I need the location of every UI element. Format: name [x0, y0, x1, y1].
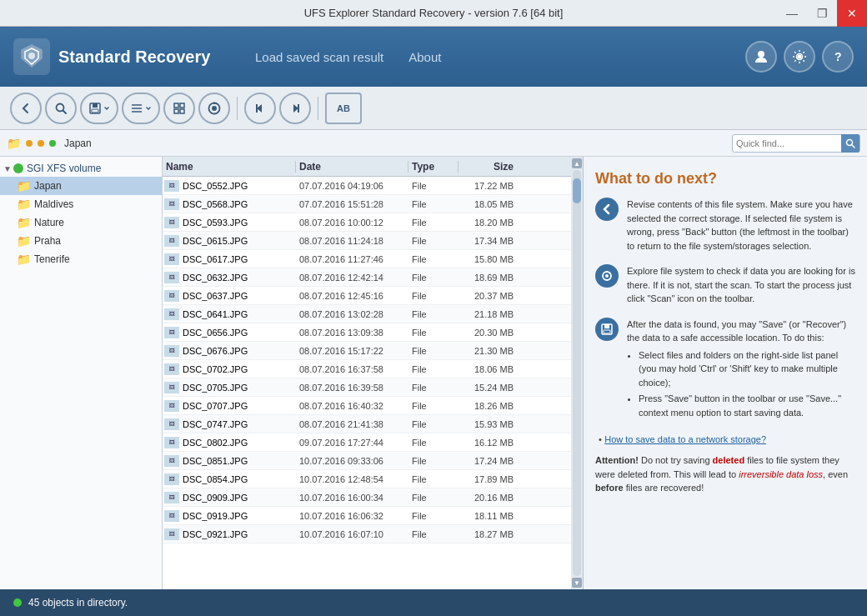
folder-icon: 📁	[17, 179, 31, 193]
hint-1-text: Revise contents of this file system. Mak…	[627, 198, 855, 253]
table-row[interactable]: 🖼 DSC_0705.JPG 08.07.2016 16:39:58 File …	[163, 378, 571, 397]
folder-icon: 📁	[17, 253, 31, 266]
scroll-up-arrow[interactable]: ▲	[572, 158, 582, 168]
path-dot-orange	[26, 140, 33, 147]
save-button[interactable]	[80, 93, 118, 124]
file-name-cell: 🖼 DSC_0909.JPG	[163, 492, 296, 503]
list-view-button[interactable]	[122, 93, 160, 124]
tree-item[interactable]: 📁Japan	[0, 177, 162, 195]
scroll-down-arrow[interactable]: ▼	[572, 578, 582, 588]
settings-icon-button[interactable]	[784, 41, 815, 73]
quick-find-input[interactable]	[733, 138, 841, 148]
table-row[interactable]: 🖼 DSC_0615.JPG 08.07.2016 11:24:18 File …	[163, 232, 571, 250]
col-header-size: Size	[459, 161, 517, 173]
network-storage-link[interactable]: How to save data to a network storage?	[604, 434, 766, 444]
table-row[interactable]: 🖼 DSC_0919.JPG 10.07.2016 16:06:32 File …	[163, 507, 571, 525]
file-date: 10.07.2016 16:00:34	[296, 493, 408, 503]
file-size: 16.12 MB	[459, 438, 517, 448]
right-panel: What to do next? Revise contents of this…	[584, 157, 867, 589]
table-row[interactable]: 🖼 DSC_0593.JPG 08.07.2016 10:00:12 File …	[163, 213, 571, 232]
svg-rect-15	[174, 103, 178, 108]
file-size: 17.24 MB	[459, 456, 517, 466]
file-type: File	[408, 291, 459, 301]
table-row[interactable]: 🖼 DSC_0854.JPG 10.07.2016 12:48:54 File …	[163, 470, 571, 488]
hint-3: After the data is found, you may "Save" …	[595, 318, 855, 423]
file-name: DSC_0702.JPG	[183, 364, 248, 374]
search-button[interactable]	[45, 93, 77, 124]
table-row[interactable]: 🖼 DSC_0632.JPG 08.07.2016 12:42:14 File …	[163, 268, 571, 287]
table-row[interactable]: 🖼 DSC_0707.JPG 08.07.2016 16:40:32 File …	[163, 397, 571, 415]
file-date: 07.07.2016 15:51:28	[296, 199, 408, 209]
file-date: 08.07.2016 12:42:14	[296, 273, 408, 283]
ab-button[interactable]: AB	[325, 93, 362, 124]
svg-rect-18	[180, 109, 184, 113]
file-type: File	[408, 456, 459, 466]
load-scan-link[interactable]: Load saved scan result	[255, 47, 383, 68]
svg-line-27	[852, 144, 855, 148]
table-row[interactable]: 🖼 DSC_0617.JPG 08.07.2016 11:27:46 File …	[163, 250, 571, 268]
svg-rect-11	[92, 109, 98, 113]
table-row[interactable]: 🖼 DSC_0552.JPG 07.07.2016 04:19:06 File …	[163, 177, 571, 195]
tree-item[interactable]: 📁Nature	[0, 213, 162, 232]
prev-button[interactable]	[244, 93, 276, 124]
navbar: Standard Recovery Load saved scan result…	[0, 27, 867, 87]
file-type: File	[408, 254, 459, 264]
file-size: 18.20 MB	[459, 218, 517, 228]
file-name-cell: 🖼 DSC_0747.JPG	[163, 418, 296, 430]
svg-text:?: ?	[834, 50, 842, 63]
user-icon-button[interactable]	[745, 41, 777, 73]
table-row[interactable]: 🖼 DSC_0909.JPG 10.07.2016 16:00:34 File …	[163, 488, 571, 507]
minimize-button[interactable]: —	[777, 0, 807, 27]
file-date: 08.07.2016 15:17:22	[296, 346, 408, 356]
file-name: DSC_0615.JPG	[183, 236, 248, 246]
table-row[interactable]: 🖼 DSC_0921.JPG 10.07.2016 16:07:10 File …	[163, 525, 571, 543]
scroll-thumb[interactable]	[573, 178, 581, 203]
svg-point-20	[212, 106, 217, 111]
tree-root-item[interactable]: ▼ SGI XFS volume	[0, 160, 162, 177]
table-row[interactable]: 🖼 DSC_0851.JPG 10.07.2016 09:33:06 File …	[163, 452, 571, 470]
collapse-icon: ▼	[3, 164, 12, 173]
back-button[interactable]	[10, 93, 42, 124]
scan-button[interactable]	[198, 93, 230, 124]
scroll-track[interactable]	[573, 170, 581, 576]
about-link[interactable]: About	[408, 47, 441, 68]
quick-find-button[interactable]	[841, 134, 859, 153]
svg-point-3	[758, 51, 764, 58]
file-thumbnail: 🖼	[164, 345, 179, 357]
file-type: File	[408, 181, 459, 191]
file-thumbnail: 🖼	[164, 217, 179, 228]
table-row[interactable]: 🖼 DSC_0641.JPG 08.07.2016 13:02:28 File …	[163, 305, 571, 323]
table-row[interactable]: 🖼 DSC_0802.JPG 09.07.2016 17:27:44 File …	[163, 433, 571, 452]
tree-item[interactable]: 📁Maldives	[0, 195, 162, 213]
file-date: 09.07.2016 17:27:44	[296, 438, 408, 448]
folder-icon: 📁	[17, 216, 31, 229]
file-name-cell: 🖼 DSC_0921.JPG	[163, 528, 296, 540]
grid-view-button[interactable]	[163, 93, 195, 124]
table-row[interactable]: 🖼 DSC_0676.JPG 08.07.2016 15:17:22 File …	[163, 342, 571, 360]
tree-item-label: Tenerife	[34, 253, 70, 265]
file-name: DSC_0705.JPG	[183, 383, 248, 393]
help-icon-button[interactable]: ?	[822, 41, 854, 73]
tree-item[interactable]: 📁Praha	[0, 232, 162, 250]
path-dot-orange-2	[38, 140, 44, 147]
tree-item[interactable]: 📁Tenerife	[0, 250, 162, 268]
svg-rect-32	[604, 324, 609, 328]
close-button[interactable]: ✕	[837, 0, 867, 27]
scrollbar[interactable]: ▲ ▼	[571, 157, 583, 589]
table-row[interactable]: 🖼 DSC_0568.JPG 07.07.2016 15:51:28 File …	[163, 195, 571, 213]
next-button[interactable]	[279, 93, 311, 124]
file-date: 10.07.2016 12:48:54	[296, 474, 408, 484]
toolbar: AB	[0, 87, 867, 130]
toolbar-separator	[237, 97, 238, 120]
table-row[interactable]: 🖼 DSC_0656.JPG 08.07.2016 13:09:38 File …	[163, 323, 571, 342]
table-row[interactable]: 🖼 DSC_0637.JPG 08.07.2016 12:45:16 File …	[163, 287, 571, 305]
table-row[interactable]: 🖼 DSC_0702.JPG 08.07.2016 16:37:58 File …	[163, 360, 571, 378]
svg-line-8	[63, 110, 67, 113]
file-size: 18.05 MB	[459, 199, 517, 209]
restore-button[interactable]: ❐	[807, 0, 837, 27]
toolbar-separator-2	[318, 97, 318, 120]
table-row[interactable]: 🖼 DSC_0747.JPG 08.07.2016 21:41:38 File …	[163, 415, 571, 433]
volume-status-icon	[13, 163, 23, 173]
hint-3-bullet-2: Press "Save" button in the toolbar or us…	[639, 392, 855, 419]
brand-logo-icon	[13, 38, 50, 75]
